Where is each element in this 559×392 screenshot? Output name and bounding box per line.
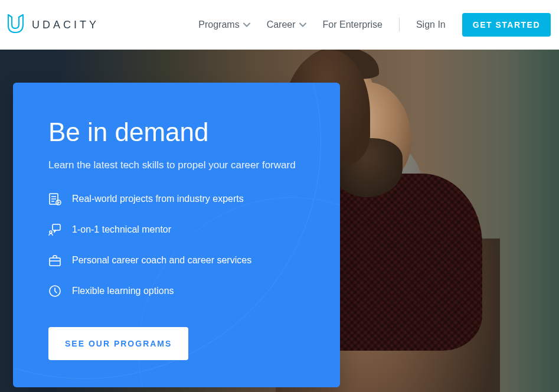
feature-text: Real-world projects from industry expert… xyxy=(72,194,244,204)
main-nav: Programs Career For Enterprise Sign In G… xyxy=(198,13,551,37)
nav-enterprise-label: For Enterprise xyxy=(323,19,383,30)
sign-in-link[interactable]: Sign In xyxy=(416,19,446,30)
feature-list: Real-world projects from industry expert… xyxy=(48,192,305,298)
feature-text: Flexible learning options xyxy=(72,286,174,296)
nav-career[interactable]: Career xyxy=(267,19,306,30)
hero-title: Be in demand xyxy=(48,118,305,146)
svg-rect-4 xyxy=(50,258,60,266)
feature-item: 1-on-1 technical mentor xyxy=(48,223,305,236)
nav-career-label: Career xyxy=(267,19,296,30)
svg-rect-2 xyxy=(53,224,60,230)
site-header: UDACITY Programs Career For Enterprise S… xyxy=(0,0,559,50)
nav-programs[interactable]: Programs xyxy=(198,19,250,30)
nav-enterprise[interactable]: For Enterprise xyxy=(323,19,383,30)
feature-item: Flexible learning options xyxy=(48,285,305,298)
hero-subtitle: Learn the latest tech skills to propel y… xyxy=(48,159,305,171)
svg-point-1 xyxy=(56,200,61,205)
feature-item: Real-world projects from industry expert… xyxy=(48,192,305,205)
chevron-down-icon xyxy=(299,22,306,27)
udacity-logo-icon xyxy=(7,14,25,36)
chevron-down-icon xyxy=(243,22,250,27)
brand-logo[interactable]: UDACITY xyxy=(7,14,99,36)
clock-icon xyxy=(48,285,61,298)
feature-item: Personal career coach and career service… xyxy=(48,254,305,267)
svg-point-3 xyxy=(50,231,52,233)
projects-icon xyxy=(48,192,61,205)
briefcase-icon xyxy=(48,254,61,267)
get-started-button[interactable]: GET STARTED xyxy=(462,13,551,37)
feature-text: Personal career coach and career service… xyxy=(72,255,251,266)
feature-text: 1-on-1 technical mentor xyxy=(72,224,171,235)
hero-section: Be in demand Learn the latest tech skill… xyxy=(0,50,559,392)
brand-name: UDACITY xyxy=(32,19,99,31)
nav-programs-label: Programs xyxy=(198,19,239,30)
see-programs-button[interactable]: SEE OUR PROGRAMS xyxy=(48,327,188,360)
mentor-icon xyxy=(48,223,61,236)
nav-divider xyxy=(399,18,400,32)
hero-card: Be in demand Learn the latest tech skill… xyxy=(13,83,340,387)
